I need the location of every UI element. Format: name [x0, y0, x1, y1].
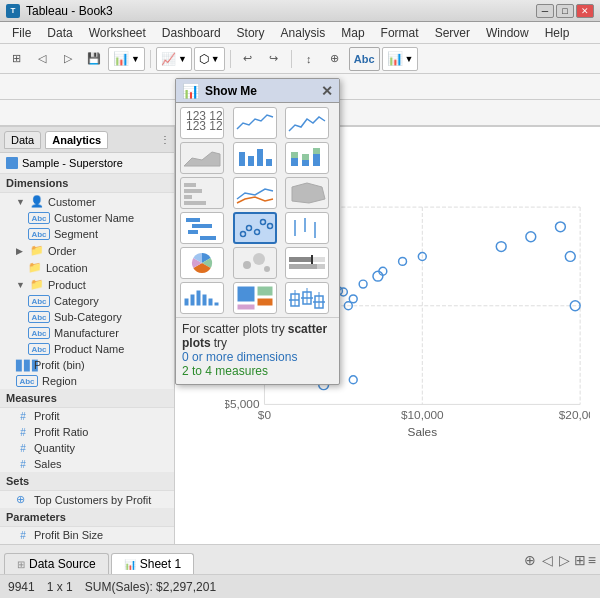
field-top-customers[interactable]: ⊕ Top Customers by Profit: [0, 491, 174, 508]
svg-point-34: [339, 288, 347, 296]
field-profit[interactable]: # Profit: [0, 408, 174, 424]
field-manufacturer[interactable]: Abc Manufacturer: [0, 325, 174, 341]
toolbar-sort[interactable]: ↕: [297, 47, 321, 71]
svg-rect-91: [196, 290, 201, 306]
field-region[interactable]: Abc Region: [0, 373, 174, 389]
toolbar-label[interactable]: Abc: [349, 47, 380, 71]
field-category[interactable]: Abc Category: [0, 293, 174, 309]
sets-header: Sets: [0, 472, 174, 491]
window-title: Tableau - Book3: [26, 4, 113, 18]
field-customer-name[interactable]: Abc Customer Name: [0, 210, 174, 226]
toolbar-group[interactable]: ⊕: [323, 47, 347, 71]
toolbar-chart-type[interactable]: 📈▼: [156, 47, 192, 71]
chart-type-gantt[interactable]: [180, 212, 224, 244]
chart-type-boxplot[interactable]: [285, 282, 329, 314]
show-me-close-btn[interactable]: ✕: [321, 83, 333, 99]
field-profit-bin-size[interactable]: # Profit Bin Size: [0, 527, 174, 543]
svg-rect-60: [291, 152, 298, 158]
order-arrow: ▶: [16, 246, 26, 256]
field-segment[interactable]: Abc Segment: [0, 226, 174, 242]
menu-server[interactable]: Server: [427, 24, 478, 42]
menu-dashboard[interactable]: Dashboard: [154, 24, 229, 42]
toolbar-marks[interactable]: ⬡▼: [194, 47, 225, 71]
abc-icon-7: Abc: [16, 375, 38, 387]
measure-icon-ratio: #: [16, 427, 30, 438]
menu-worksheet[interactable]: Worksheet: [81, 24, 154, 42]
svg-rect-64: [313, 148, 320, 154]
panel-options[interactable]: ⋮: [160, 134, 170, 145]
menu-map[interactable]: Map: [333, 24, 372, 42]
svg-point-75: [254, 230, 259, 235]
field-order[interactable]: ▶ 📁 Order: [0, 242, 174, 259]
chart-type-bar[interactable]: [233, 142, 277, 174]
toolbar-back[interactable]: ◁: [30, 47, 54, 71]
svg-point-44: [373, 271, 383, 281]
show-me-chart-icon: 📊: [182, 83, 199, 99]
field-profit-ratio[interactable]: # Profit Ratio: [0, 424, 174, 440]
svg-point-81: [243, 261, 251, 269]
tab-nav-add[interactable]: ⊕: [522, 552, 538, 568]
status-count: 9941: [8, 580, 35, 594]
window-controls[interactable]: ─ □ ✕: [536, 4, 594, 18]
tab-sheet1[interactable]: 📊 Sheet 1: [111, 553, 194, 574]
customer-arrow: ▼: [16, 197, 26, 207]
chart-type-text-table[interactable]: 123 123123 123: [180, 107, 224, 139]
field-subcategory[interactable]: Abc Sub-Category: [0, 309, 174, 325]
bar-icon: ▊▊▊: [16, 360, 30, 371]
field-product-name[interactable]: Abc Product Name: [0, 341, 174, 357]
toolbar-new[interactable]: ⊞: [4, 47, 28, 71]
tab-grid-btn[interactable]: ⊞: [574, 552, 586, 568]
menu-format[interactable]: Format: [373, 24, 427, 42]
chart-type-line-continuous[interactable]: [285, 107, 329, 139]
toolbar-sep3: [291, 50, 292, 68]
show-me-panel[interactable]: 📊 Show Me ✕ 123 123123 123: [175, 78, 340, 385]
field-sales[interactable]: # Sales: [0, 456, 174, 472]
menu-window[interactable]: Window: [478, 24, 537, 42]
svg-rect-86: [289, 257, 311, 262]
datasource-label[interactable]: Sample - Superstore: [0, 153, 174, 174]
svg-rect-69: [186, 218, 200, 222]
tab-nav-next[interactable]: ▷: [557, 552, 572, 568]
chart-type-pie[interactable]: [180, 247, 224, 279]
toolbar-chart-dropdown[interactable]: 📊▼: [382, 47, 419, 71]
data-tab[interactable]: Data: [4, 131, 41, 149]
chart-type-treemap[interactable]: [233, 282, 277, 314]
field-customer[interactable]: ▼ 👤 Customer: [0, 193, 174, 210]
svg-rect-87: [289, 264, 317, 269]
toolbar-save[interactable]: 💾: [82, 47, 106, 71]
menu-story[interactable]: Story: [229, 24, 273, 42]
field-location[interactable]: 📁 Location: [0, 259, 174, 276]
field-profit-bin[interactable]: ▊▊▊ Profit (bin): [0, 357, 174, 373]
toolbar-redo[interactable]: ↪: [262, 47, 286, 71]
chart-type-stacked-bar[interactable]: [285, 142, 329, 174]
tab-nav-prev[interactable]: ◁: [540, 552, 555, 568]
svg-rect-58: [266, 159, 272, 166]
maximize-button[interactable]: □: [556, 4, 574, 18]
chart-type-scatter[interactable]: [233, 212, 277, 244]
close-button[interactable]: ✕: [576, 4, 594, 18]
tab-list-btn[interactable]: ≡: [588, 552, 596, 568]
product-arrow: ▼: [16, 280, 26, 290]
chart-type-dual-line[interactable]: [233, 177, 277, 209]
footer-dimensions: 0 or more dimensions: [182, 350, 297, 364]
chart-type-bullet[interactable]: [285, 247, 329, 279]
chart-type-histogram[interactable]: [180, 282, 224, 314]
minimize-button[interactable]: ─: [536, 4, 554, 18]
menu-file[interactable]: File: [4, 24, 39, 42]
toolbar-undo[interactable]: ↩: [236, 47, 260, 71]
chart-type-line-discrete[interactable]: [233, 107, 277, 139]
menu-analysis[interactable]: Analysis: [273, 24, 334, 42]
analytics-tab[interactable]: Analytics: [45, 131, 108, 149]
menu-data[interactable]: Data: [39, 24, 80, 42]
tab-datasource[interactable]: ⊞ Data Source: [4, 553, 109, 574]
menu-help[interactable]: Help: [537, 24, 578, 42]
customer-person-icon: 👤: [30, 195, 44, 208]
field-quantity[interactable]: # Quantity: [0, 440, 174, 456]
measure-icon-qty: #: [16, 443, 30, 454]
chart-type-candlestick[interactable]: [285, 212, 329, 244]
toolbar-connect[interactable]: 📊▼: [108, 47, 145, 71]
measures-header: Measures: [0, 389, 174, 408]
toolbar-forward[interactable]: ▷: [56, 47, 80, 71]
svg-rect-59: [291, 158, 298, 166]
field-product[interactable]: ▼ 📁 Product: [0, 276, 174, 293]
